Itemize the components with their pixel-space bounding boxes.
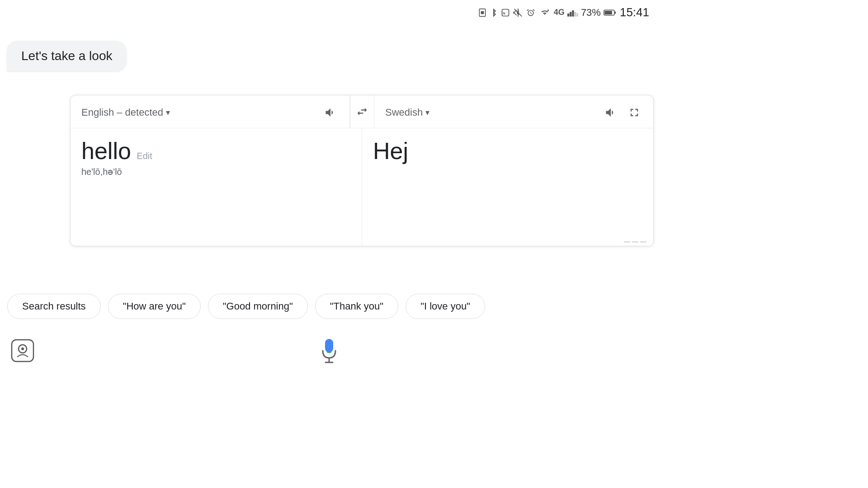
signal-icon xyxy=(567,8,578,17)
target-volume-button[interactable] xyxy=(603,104,619,121)
sim-icon xyxy=(478,8,487,17)
target-lang-chevron: ▾ xyxy=(425,108,429,117)
source-word-row: hello Edit xyxy=(81,137,351,164)
source-word: hello xyxy=(81,138,131,164)
pronunciation: he'lō,hə'lō xyxy=(81,166,351,177)
battery-icon xyxy=(604,8,616,17)
target-lang-name: Swedish xyxy=(385,107,423,118)
bottom-bar xyxy=(0,329,658,374)
mic-icon xyxy=(313,335,345,368)
wifi-icon xyxy=(538,8,551,17)
overflow-indicator: — — — xyxy=(617,232,653,246)
search-suggestions: Search results"How are you""Good morning… xyxy=(0,287,658,325)
nfc-icon: N xyxy=(500,8,510,17)
mic-button[interactable] xyxy=(311,333,347,370)
assistant-bubble: Let's take a look xyxy=(7,41,127,71)
lens-icon xyxy=(11,339,34,362)
source-lang-chevron: ▾ xyxy=(166,108,170,117)
target-word: Hej xyxy=(373,138,408,164)
swap-languages-button[interactable] xyxy=(350,95,374,128)
bluetooth-icon xyxy=(490,8,498,17)
expand-button[interactable] xyxy=(626,104,642,121)
suggestion-chip-1[interactable]: "How are you" xyxy=(108,294,201,319)
battery-percent: 73% xyxy=(581,7,601,19)
svg-rect-7 xyxy=(567,13,569,16)
translator-body: hello Edit he'lō,hə'lō Hej — — — xyxy=(71,128,653,246)
source-lang-name: English – detected xyxy=(81,107,163,118)
source-volume-button[interactable] xyxy=(322,104,339,121)
status-time: 15:41 xyxy=(620,5,649,19)
network-type: 4G xyxy=(554,8,565,17)
svg-rect-13 xyxy=(604,10,612,14)
target-translation-panel: Hej — — — xyxy=(362,128,653,246)
svg-rect-8 xyxy=(570,12,571,16)
svg-rect-10 xyxy=(574,12,576,16)
mute-icon xyxy=(513,8,523,17)
target-lang-actions xyxy=(603,104,642,121)
source-lang-panel-header: English – detected ▾ xyxy=(71,95,350,128)
status-bar: N 4G 73% 15:41 xyxy=(478,0,658,25)
overflow-dots: — — — xyxy=(624,238,646,245)
svg-point-6 xyxy=(547,9,549,11)
suggestion-chip-2[interactable]: "Good morning" xyxy=(208,294,308,319)
assistant-text: Let's take a look xyxy=(21,49,112,63)
lens-button[interactable] xyxy=(9,337,36,364)
translator-header: English – detected ▾ Swedish ▾ xyxy=(71,95,653,128)
svg-rect-18 xyxy=(325,339,333,352)
suggestion-chip-0[interactable]: Search results xyxy=(7,294,101,319)
svg-rect-9 xyxy=(572,10,574,16)
status-icons: N 4G 73% xyxy=(478,7,616,19)
suggestion-chip-3[interactable]: "Thank you" xyxy=(315,294,398,319)
translator-card: English – detected ▾ Swedish ▾ xyxy=(70,95,654,246)
svg-rect-11 xyxy=(576,13,578,16)
svg-rect-14 xyxy=(615,11,616,14)
svg-rect-1 xyxy=(481,11,484,14)
svg-text:N: N xyxy=(503,11,505,15)
edit-label[interactable]: Edit xyxy=(137,151,152,161)
target-lang-selector[interactable]: Swedish ▾ xyxy=(385,107,429,118)
source-lang-actions xyxy=(322,104,339,121)
suggestion-chip-4[interactable]: "I love you" xyxy=(406,294,485,319)
svg-point-17 xyxy=(21,347,24,350)
source-lang-selector[interactable]: English – detected ▾ xyxy=(81,107,170,118)
svg-rect-15 xyxy=(12,340,33,361)
source-translation-panel: hello Edit he'lō,hə'lō xyxy=(71,128,362,246)
target-lang-panel-header: Swedish ▾ xyxy=(374,95,653,128)
alarm-icon xyxy=(526,8,536,17)
